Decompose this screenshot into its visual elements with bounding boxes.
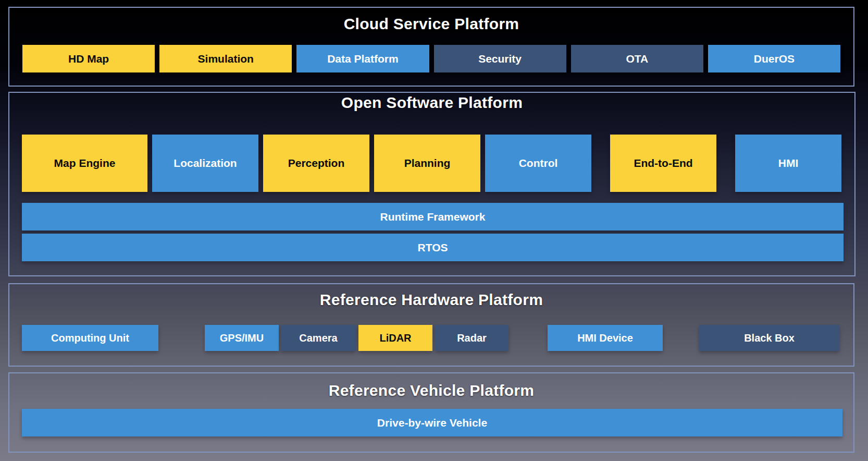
box-radar: Radar xyxy=(435,325,509,351)
box-security: Security xyxy=(434,45,566,72)
reference-vehicle-platform-section: Reference Vehicle Platform Drive-by-wire… xyxy=(8,372,854,453)
box-control: Control xyxy=(485,135,591,192)
apollo-architecture-diagram: Cloud Service Platform HD Map Simulation… xyxy=(0,0,868,461)
box-hmi-device: HMI Device xyxy=(548,325,663,351)
cloud-section-title: Cloud Service Platform xyxy=(9,16,853,32)
open-software-platform-section: Open Software Platform Map Engine Locali… xyxy=(8,92,855,276)
reference-hardware-platform-section: Reference Hardware Platform Computing Un… xyxy=(8,283,854,367)
cloud-items-row: HD Map Simulation Data Platform Security… xyxy=(9,45,853,72)
box-hmi: HMI xyxy=(735,135,841,192)
software-section-title: Open Software Platform xyxy=(9,95,854,111)
hardware-section-title: Reference Hardware Platform xyxy=(9,292,853,308)
box-end-to-end: End-to-End xyxy=(610,135,716,192)
box-simulation: Simulation xyxy=(159,45,292,72)
box-camera: Camera xyxy=(281,325,356,351)
box-perception: Perception xyxy=(263,135,369,192)
box-map-engine: Map Engine xyxy=(22,135,147,192)
box-black-box: Black Box xyxy=(699,325,839,351)
box-localization: Localization xyxy=(152,135,258,192)
cloud-service-platform-section: Cloud Service Platform HD Map Simulation… xyxy=(8,7,854,87)
vehicle-section-title: Reference Vehicle Platform xyxy=(9,383,853,398)
software-modules-row: Map Engine Localization Perception Plann… xyxy=(9,135,854,192)
box-lidar: LiDAR xyxy=(358,325,432,351)
box-hd-map: HD Map xyxy=(22,45,155,72)
box-planning: Planning xyxy=(374,135,480,192)
box-dueros: DuerOS xyxy=(708,45,840,72)
box-computing-unit: Computing Unit xyxy=(22,325,158,351)
box-data-platform: Data Platform xyxy=(296,45,429,72)
bar-rtos: RTOS xyxy=(22,234,844,261)
box-gps-imu: GPS/IMU xyxy=(205,325,279,351)
bar-drive-by-wire-vehicle: Drive-by-wire Vehicle xyxy=(22,409,842,436)
box-ota: OTA xyxy=(571,45,703,72)
bar-runtime-framework: Runtime Framework xyxy=(22,203,844,231)
